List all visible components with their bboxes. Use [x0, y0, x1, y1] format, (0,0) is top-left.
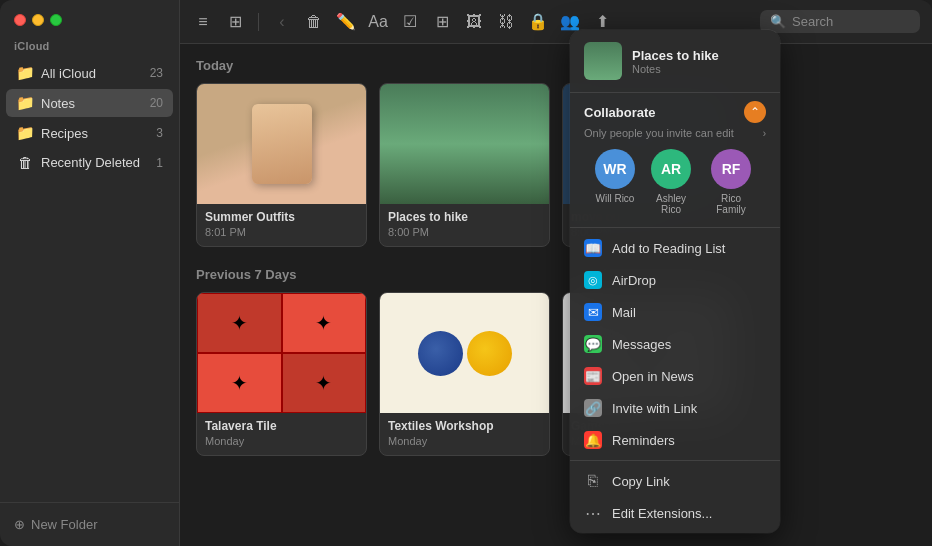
mail-icon: ✉	[584, 303, 602, 321]
new-folder-label: New Folder	[31, 517, 97, 532]
menu-item-label: Invite with Link	[612, 401, 697, 416]
sidebar-item-count: 23	[150, 66, 163, 80]
share-icon[interactable]: ⬆	[591, 12, 613, 31]
toolbar-separator	[258, 13, 259, 31]
maximize-button[interactable]	[50, 14, 62, 26]
menu-item-open-news[interactable]: 📰 Open in News	[570, 360, 780, 392]
today-grid: Summer Outfits 8:01 PM Places to hike 8:…	[196, 83, 916, 247]
menu-items: 📖 Add to Reading List ◎ AirDrop ✉ Mail 💬…	[570, 228, 780, 533]
context-menu-overlay: Places to hike Notes Collaborate ⌃ Only …	[570, 30, 780, 533]
section-today: Today	[196, 58, 916, 73]
folder-icon: 📁	[16, 124, 34, 142]
collaborate-label: Collaborate	[584, 105, 656, 120]
note-date: Monday	[388, 435, 541, 447]
search-bar[interactable]: 🔍	[760, 10, 920, 33]
note-card-talavera[interactable]: ✦ ✦ ✦ ✦ Talavera Tile Monday	[196, 292, 367, 456]
chevron-right-icon: ›	[763, 128, 766, 139]
reading-list-icon: 📖	[584, 239, 602, 257]
avatar-name: Will Rico	[596, 193, 635, 204]
note-title: Textiles Workshop	[388, 419, 541, 433]
note-date: Monday	[205, 435, 358, 447]
collaborate-options-button[interactable]: ⌃	[744, 101, 766, 123]
notes-area: Today Summer Outfits 8:01 PM	[180, 44, 932, 546]
avatar-ashley-rico[interactable]: AR Ashley Rico	[647, 149, 695, 215]
minimize-button[interactable]	[32, 14, 44, 26]
menu-item-invite-link[interactable]: 🔗 Invite with Link	[570, 392, 780, 424]
traffic-lights	[0, 0, 179, 36]
sidebar-item-recipes[interactable]: 📁 Recipes 3	[6, 119, 173, 147]
note-card-summer-outfits[interactable]: Summer Outfits 8:01 PM	[196, 83, 367, 247]
back-icon[interactable]: ‹	[271, 13, 293, 31]
menu-note-title: Places to hike	[632, 48, 719, 63]
sidebar-item-notes[interactable]: 📁 Notes 20	[6, 89, 173, 117]
note-date: 8:01 PM	[205, 226, 358, 238]
menu-item-airdrop[interactable]: ◎ AirDrop	[570, 264, 780, 296]
section-previous: Previous 7 Days	[196, 267, 916, 282]
menu-item-label: Reminders	[612, 433, 675, 448]
compose-icon[interactable]: ✏️	[335, 12, 357, 31]
note-date: 8:00 PM	[388, 226, 541, 238]
sidebar-item-count: 20	[150, 96, 163, 110]
format-icon[interactable]: Aa	[367, 13, 389, 31]
airdrop-icon: ◎	[584, 271, 602, 289]
avatar-will-rico[interactable]: WR Will Rico	[595, 149, 635, 215]
menu-item-label: AirDrop	[612, 273, 656, 288]
avatar-image: WR	[595, 149, 635, 189]
sidebar-section-label: iCloud	[0, 36, 179, 58]
menu-item-reading-list[interactable]: 📖 Add to Reading List	[570, 232, 780, 264]
menu-item-label: Add to Reading List	[612, 241, 725, 256]
folder-icon: 📁	[16, 64, 34, 82]
menu-separator	[570, 460, 780, 461]
checklist-icon[interactable]: ☑	[399, 12, 421, 31]
note-title: Talavera Tile	[205, 419, 358, 433]
note-card-textiles[interactable]: Textiles Workshop Monday	[379, 292, 550, 456]
toolbar: ≡ ⊞ ‹ 🗑 ✏️ Aa ☑ ⊞ 🖼 ⛓ 🔒 👥 ⬆ 🔍	[180, 0, 932, 44]
menu-item-copy-link[interactable]: ⎘ Copy Link	[570, 465, 780, 497]
invite-link-icon: 🔗	[584, 399, 602, 417]
menu-item-reminders[interactable]: 🔔 Reminders	[570, 424, 780, 456]
extensions-icon: ⋯	[584, 504, 602, 522]
avatar-image: AR	[651, 149, 691, 189]
avatar-rico-family[interactable]: RF Rico Family	[707, 149, 755, 215]
menu-item-edit-extensions[interactable]: ⋯ Edit Extensions...	[570, 497, 780, 529]
menu-item-messages[interactable]: 💬 Messages	[570, 328, 780, 360]
close-button[interactable]	[14, 14, 26, 26]
collab-icon[interactable]: 👥	[559, 12, 581, 31]
sidebar-item-label: Recently Deleted	[41, 155, 149, 170]
new-folder-button[interactable]: ⊕ New Folder	[14, 513, 97, 536]
sidebar-item-all-icloud[interactable]: 📁 All iCloud 23	[6, 59, 173, 87]
previous-grid: ✦ ✦ ✦ ✦ Talavera Tile Monday	[196, 292, 916, 456]
menu-item-label: Open in News	[612, 369, 694, 384]
media-icon[interactable]: 🖼	[463, 13, 485, 31]
menu-item-label: Messages	[612, 337, 671, 352]
menu-note-header: Places to hike Notes	[570, 30, 780, 93]
context-menu: Places to hike Notes Collaborate ⌃ Only …	[570, 30, 780, 533]
sidebar: iCloud 📁 All iCloud 23 📁 Notes 20 📁 Reci…	[0, 0, 180, 546]
delete-icon[interactable]: 🗑	[303, 13, 325, 31]
sidebar-item-recently-deleted[interactable]: 🗑 Recently Deleted 1	[6, 149, 173, 176]
plus-icon: ⊕	[14, 517, 25, 532]
lock-icon[interactable]: 🔒	[527, 12, 549, 31]
note-title: Summer Outfits	[205, 210, 358, 224]
main-area: ≡ ⊞ ‹ 🗑 ✏️ Aa ☑ ⊞ 🖼 ⛓ 🔒 👥 ⬆ 🔍 Today	[180, 0, 932, 546]
note-title: Places to hike	[388, 210, 541, 224]
list-view-icon[interactable]: ≡	[192, 13, 214, 31]
search-icon: 🔍	[770, 14, 786, 29]
link-icon[interactable]: ⛓	[495, 13, 517, 31]
search-input[interactable]	[792, 14, 910, 29]
menu-note-subtitle: Notes	[632, 63, 719, 75]
grid-view-icon[interactable]: ⊞	[224, 12, 246, 31]
note-card-places-to-hike[interactable]: Places to hike 8:00 PM	[379, 83, 550, 247]
sidebar-item-count: 1	[156, 156, 163, 170]
avatars-row: WR Will Rico AR Ashley Rico RF Rico Fami…	[584, 139, 766, 219]
avatar-name: Ashley Rico	[647, 193, 695, 215]
sidebar-item-label: All iCloud	[41, 66, 143, 81]
menu-item-mail[interactable]: ✉ Mail	[570, 296, 780, 328]
menu-item-label: Copy Link	[612, 474, 670, 489]
sidebar-item-label: Notes	[41, 96, 143, 111]
table-icon[interactable]: ⊞	[431, 12, 453, 31]
reminders-icon: 🔔	[584, 431, 602, 449]
collaborate-section: Collaborate ⌃ Only people you invite can…	[570, 93, 780, 228]
copy-link-icon: ⎘	[584, 472, 602, 490]
folder-icon: 📁	[16, 94, 34, 112]
